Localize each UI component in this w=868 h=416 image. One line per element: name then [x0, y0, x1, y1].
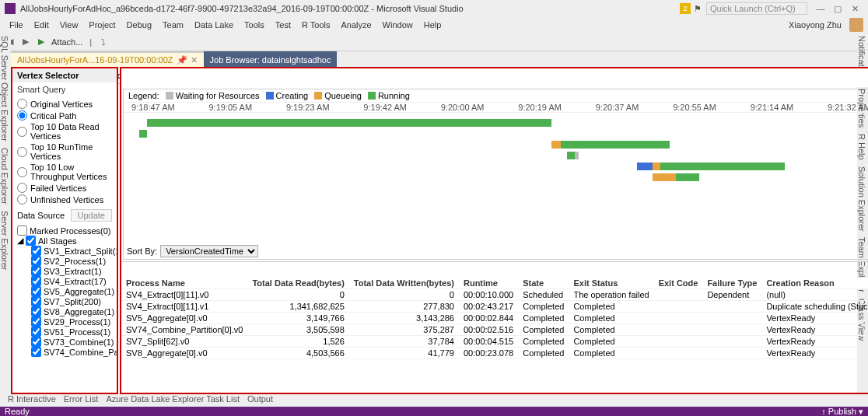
radio-input[interactable]	[17, 127, 27, 137]
stage-node[interactable]: SV3_Extract(1)	[16, 266, 114, 276]
stage-node[interactable]: SV74_Combine_Partition(1)	[16, 347, 114, 357]
stage-node[interactable]: SV5_Aggregate(1)	[16, 286, 114, 296]
publish-button[interactable]: ↑ Publish ▾	[821, 407, 863, 416]
checkbox[interactable]	[17, 225, 27, 236]
minimize-button[interactable]: —	[812, 4, 829, 13]
checkbox[interactable]	[31, 327, 41, 337]
gantt-chart[interactable]	[124, 113, 868, 206]
nav-fwd-button[interactable]: ▶	[20, 37, 31, 47]
start-button[interactable]: ▶	[36, 37, 47, 47]
tab-errorlist[interactable]: Error List	[64, 394, 99, 407]
radio-input[interactable]	[17, 99, 27, 109]
checkbox[interactable]	[31, 296, 41, 306]
menu-datalake[interactable]: Data Lake	[190, 19, 238, 31]
cloud-explorer-tab[interactable]: Cloud Explorer	[0, 148, 11, 205]
checkbox[interactable]	[31, 266, 41, 276]
menu-rtools[interactable]: R Tools	[297, 19, 334, 31]
menu-analyze[interactable]: Analyze	[336, 19, 376, 31]
table-row[interactable]: SV4_Extract[0][11].v11,341,682,625277,83…	[121, 301, 868, 313]
stage-node[interactable]: SV4_Extract(17)	[16, 276, 114, 286]
menu-view[interactable]: View	[55, 19, 83, 31]
column-header[interactable]: Total Data Written(bytes)	[349, 278, 459, 289]
stage-node[interactable]: SV73_Combine(1)	[16, 337, 114, 347]
checkbox[interactable]	[31, 276, 41, 286]
search-row: 🔍 Ignore discarded processes	[121, 68, 868, 87]
update-button[interactable]: Update	[71, 209, 112, 222]
menu-team[interactable]: Team	[158, 19, 188, 31]
radio-dataread[interactable]: Top 10 Data Read Vertices	[16, 121, 114, 142]
table-row[interactable]: SV74_Combine_Partition[0].v03,505,598375…	[121, 324, 868, 336]
column-header[interactable]: Process Name	[121, 278, 247, 289]
step-icon[interactable]: ⤵	[99, 37, 108, 47]
checkbox[interactable]	[31, 286, 41, 296]
radio-unfinished[interactable]: Unfinished Vertices	[16, 194, 114, 205]
menu-window[interactable]: Window	[378, 19, 418, 31]
menu-help[interactable]: Help	[419, 19, 446, 31]
cell: 1,341,682,625	[247, 301, 348, 313]
close-button[interactable]: ✕	[846, 4, 863, 14]
pin-icon[interactable]: 📌	[177, 55, 187, 65]
quick-launch-input[interactable]: Quick Launch (Ctrl+Q)	[706, 2, 807, 15]
menu-debug[interactable]: Debug	[122, 19, 156, 31]
stage-node[interactable]: SV2_Process(1)	[16, 256, 114, 266]
radio-original[interactable]: Original Vertices	[16, 98, 114, 110]
checkbox[interactable]	[26, 236, 36, 246]
tab-output[interactable]: Output	[247, 394, 273, 407]
table-row[interactable]: SV5_Aggregate[0].v03,149,7663,143,28600:…	[121, 313, 868, 324]
marked-processes-node[interactable]: Marked Processes(0)	[16, 225, 114, 236]
radio-runtime[interactable]: Top 10 RunTime Vertices	[16, 142, 114, 162]
menu-tools[interactable]: Tools	[240, 19, 269, 31]
radio-input[interactable]	[17, 183, 27, 193]
menu-edit[interactable]: Edit	[30, 19, 54, 31]
server-explorer-tab[interactable]: Server Explorer	[0, 211, 11, 270]
checkbox[interactable]	[31, 246, 41, 256]
column-header[interactable]: Total Data Read(bytes)	[247, 278, 348, 289]
radio-critical[interactable]: Critical Path	[16, 110, 114, 121]
table-row[interactable]: SV7_Split[62].v01,52637,78400:00:04.515C…	[121, 336, 868, 348]
radio-input[interactable]	[17, 167, 27, 177]
radio-input[interactable]	[17, 194, 27, 205]
menu-test[interactable]: Test	[271, 19, 296, 31]
toolbar-sep: |	[87, 37, 94, 47]
user-account[interactable]: Xiaoyong Zhu	[784, 18, 863, 32]
expand-icon[interactable]: ◢	[17, 236, 23, 246]
restore-button[interactable]: ▢	[829, 4, 846, 14]
checkbox[interactable]	[31, 316, 41, 327]
checkbox[interactable]	[31, 347, 41, 357]
stage-node[interactable]: SV8_Aggregate(1)	[16, 306, 114, 316]
column-header[interactable]: Exit Status	[569, 278, 653, 289]
checkbox[interactable]	[31, 256, 41, 266]
column-header[interactable]: Runtime	[459, 278, 518, 289]
stage-node[interactable]: SV29_Process(1)	[16, 316, 114, 327]
radio-label: Top 10 RunTime Vertices	[30, 142, 112, 161]
attach-button[interactable]: Attach...	[51, 37, 82, 47]
column-header[interactable]: Exit Code	[654, 278, 703, 289]
checkbox[interactable]	[31, 337, 41, 347]
tab-adl-tasklist[interactable]: Azure Data Lake Explorer Task List	[106, 394, 240, 407]
close-tab-icon[interactable]: ✕	[191, 55, 198, 65]
sql-explorer-tab[interactable]: SQL Server Object Explorer	[0, 36, 11, 142]
stage-node[interactable]: SV1_Extract_Split(1)	[16, 246, 114, 256]
table-row[interactable]: SV4_Extract[0][11].v00000:00:10.000Sched…	[121, 289, 868, 301]
radio-throughput[interactable]: Top 10 Low Throughput Vertices	[16, 162, 114, 182]
table-row[interactable]: SV8_Aggregate[0].v04,503,56641,77900:00:…	[121, 348, 868, 359]
radio-input[interactable]	[17, 110, 27, 121]
tab-jobbrowser[interactable]: Job Browser: datainsightsadhoc	[204, 51, 338, 67]
tab-alljobs[interactable]: AllJobsHourlyForA...16-09-19T00:00:00Z 📌…	[11, 51, 204, 67]
process-grid[interactable]: Process NameTotal Data Read(bytes)Total …	[121, 278, 868, 393]
menu-file[interactable]: File	[5, 19, 28, 31]
stage-node[interactable]: SV7_Split(200)	[16, 296, 114, 306]
column-header[interactable]: State	[518, 278, 569, 289]
notification-badge[interactable]: 2	[680, 3, 691, 14]
sort-select[interactable]: VersionCreatedTime	[160, 245, 258, 257]
radio-input[interactable]	[17, 147, 27, 157]
all-stages-node[interactable]: ◢All Stages	[16, 236, 114, 246]
stage-node[interactable]: SV51_Process(1)	[16, 327, 114, 337]
radio-failed[interactable]: Failed Vertices	[16, 182, 114, 194]
flag-icon[interactable]: ⚑	[694, 4, 702, 14]
column-header[interactable]: Failure Type	[702, 278, 761, 289]
tab-rinteractive[interactable]: R Interactive	[8, 394, 56, 407]
menu-project[interactable]: Project	[84, 19, 120, 31]
checkbox[interactable]	[31, 306, 41, 316]
column-header[interactable]: Creation Reason	[761, 278, 868, 289]
